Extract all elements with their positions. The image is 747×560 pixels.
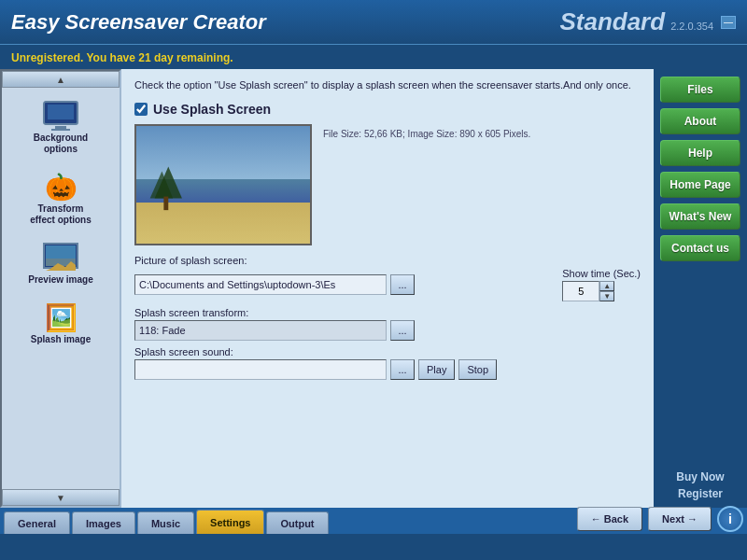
sidebar-transform-label: Transformeffect options [30, 203, 92, 226]
buy-register-group: Buy Now Register [676, 470, 724, 500]
files-button[interactable]: Files [660, 77, 740, 103]
play-button[interactable]: Play [418, 359, 455, 380]
spinner-up-button[interactable]: ▲ [599, 281, 614, 291]
bottom-nav-buttons: ← Back Next → i [577, 506, 743, 534]
content-area: Check the option "Use Splash screen" to … [121, 69, 654, 508]
sidebar: ▲ Backgroundoptions 🎃 Transformeffe [0, 69, 121, 508]
titlebar: Easy Screensaver Creator Standard 2.2.0.… [0, 0, 747, 45]
show-time-group: Show time (Sec.) ▲ ▼ [562, 268, 641, 301]
sound-input[interactable] [134, 359, 387, 380]
content-description: Check the option "Use Splash screen" to … [134, 78, 641, 92]
splash-icon: 🖼️ [42, 301, 79, 334]
splash-image-preview [134, 124, 312, 245]
transform-row: Splash screen transform: ... [134, 307, 641, 341]
main-layout: ▲ Backgroundoptions 🎃 Transformeffe [0, 69, 747, 508]
right-sidebar: Files About Help Home Page What's New Co… [654, 69, 747, 508]
buy-now-link[interactable]: Buy Now [676, 470, 724, 483]
spinner-down-button[interactable]: ▼ [599, 291, 614, 301]
sidebar-item-background[interactable]: Backgroundoptions [30, 95, 92, 159]
help-button[interactable]: Help [660, 140, 740, 166]
homepage-button[interactable]: Home Page [660, 172, 740, 198]
preview-icon [42, 241, 79, 274]
picture-browse-button[interactable]: ... [390, 274, 415, 295]
status-message: Unregistered. You have 21 day remaining. [11, 51, 233, 64]
contact-button[interactable]: Contact us [660, 235, 740, 261]
transform-browse-button[interactable]: ... [390, 320, 415, 341]
next-button[interactable]: Next → [648, 507, 712, 531]
tab-music[interactable]: Music [137, 511, 194, 534]
bottom-area: General Images Music Settings Output ← B… [0, 508, 747, 534]
sidebar-item-splash[interactable]: 🖼️ Splash image [27, 297, 94, 349]
svg-rect-10 [163, 197, 168, 211]
tabs-bar: General Images Music Settings Output ← B… [0, 508, 747, 534]
transform-label: Splash screen transform: [134, 307, 641, 318]
register-link[interactable]: Register [678, 487, 723, 500]
picture-row: Picture of splash screen: ... Show time … [134, 255, 641, 301]
tab-output[interactable]: Output [266, 511, 328, 534]
show-time-input[interactable] [562, 281, 599, 301]
sound-browse-button[interactable]: ... [390, 359, 415, 380]
sidebar-preview-label: Preview image [28, 274, 92, 286]
app-title: Easy Screensaver Creator [11, 10, 266, 35]
svg-rect-2 [55, 126, 66, 129]
version-label: 2.2.0.354 [670, 21, 713, 32]
tab-images[interactable]: Images [72, 511, 135, 534]
sidebar-item-preview[interactable]: Preview image [24, 237, 96, 289]
file-info: File Size: 52,66 KB; Image Size: 890 x 6… [323, 124, 530, 245]
info-button[interactable]: i [717, 506, 743, 532]
tabs-container: General Images Music Settings Output [4, 510, 575, 534]
about-button[interactable]: About [660, 108, 740, 134]
transform-input[interactable] [134, 320, 387, 341]
sidebar-background-label: Backgroundoptions [34, 133, 88, 155]
minimize-button[interactable]: — [721, 16, 736, 29]
statusbar: Unregistered. You have 21 day remaining. [0, 45, 747, 69]
back-button[interactable]: ← Back [577, 507, 642, 531]
use-splash-label: Use Splash Screen [153, 102, 271, 117]
whatsnew-button[interactable]: What's New [660, 203, 740, 230]
picture-label: Picture of splash screen: [134, 255, 641, 266]
stop-button[interactable]: Stop [458, 359, 497, 380]
pumpkin-icon: 🎃 [42, 170, 79, 203]
scroll-down-button[interactable]: ▼ [2, 489, 120, 506]
monitor-icon [42, 99, 79, 133]
picture-path-input[interactable] [134, 274, 387, 295]
sidebar-item-transform[interactable]: 🎃 Transformeffect options [26, 166, 95, 230]
scroll-up-button[interactable]: ▲ [2, 71, 120, 88]
sound-row: Splash screen sound: ... Play Stop [134, 346, 641, 380]
play-stop-group: Play Stop [418, 359, 497, 380]
use-splash-checkbox[interactable] [134, 103, 148, 116]
use-splash-row: Use Splash Screen [134, 102, 641, 117]
show-time-label: Show time (Sec.) [562, 268, 641, 279]
edition-label: Standard [559, 7, 665, 36]
svg-rect-3 [51, 129, 70, 131]
svg-rect-1 [48, 105, 74, 119]
sidebar-splash-label: Splash image [31, 334, 91, 345]
sidebar-items: Backgroundoptions 🎃 Transformeffect opti… [2, 88, 120, 357]
tab-general[interactable]: General [4, 511, 70, 534]
svg-rect-5 [46, 245, 76, 259]
tab-settings[interactable]: Settings [196, 510, 264, 534]
spinner-buttons: ▲ ▼ [599, 281, 614, 301]
sound-label: Splash screen sound: [134, 346, 641, 357]
splash-preview-area: File Size: 52,66 KB; Image Size: 890 x 6… [134, 124, 641, 245]
